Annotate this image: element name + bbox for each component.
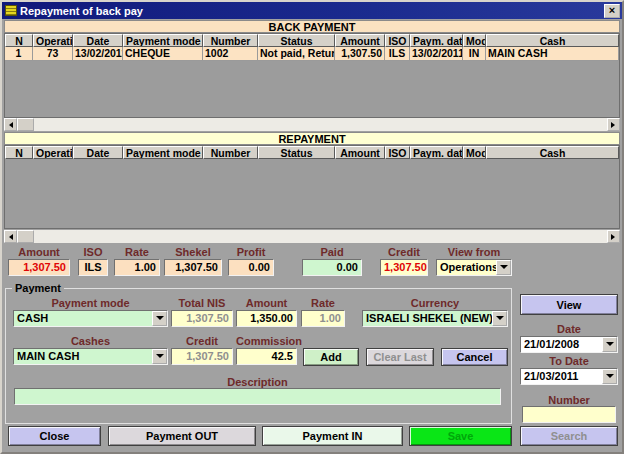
column-header: Number [203, 34, 258, 47]
column-header: Payment mode [123, 146, 203, 159]
title-bar: Repayment of back pay × [2, 2, 622, 19]
totals-iso-value: ILS [78, 259, 108, 276]
cell[interactable]: 13/02/2011 [73, 47, 123, 61]
app-icon [5, 5, 17, 16]
date-select[interactable]: 21/01/2008 [520, 336, 618, 353]
column-header: Date [73, 34, 123, 47]
totals-rate-label: Rate [114, 247, 160, 258]
back-payment-table: NOperationDatePayment modeNumberStatusAm… [4, 33, 620, 118]
to-date-select[interactable]: 21/03/2011 [520, 368, 618, 385]
payment-credit-value: 1,307.50 [171, 348, 233, 365]
window-title: Repayment of back pay [20, 5, 604, 17]
cell[interactable]: 73 [33, 47, 73, 61]
column-header: Date [73, 146, 123, 159]
chevron-down-icon[interactable] [496, 260, 511, 275]
column-header: Paym. date [410, 34, 463, 47]
totals-shekel-value: 1,307.50 [164, 259, 222, 276]
totals-rate-value: 1.00 [114, 259, 160, 276]
totals-profit-value: 0.00 [228, 259, 274, 276]
view-from-select[interactable]: Operations [436, 259, 512, 276]
column-header: N [5, 34, 33, 47]
description-label: Description [14, 377, 501, 388]
repayment-table: NOperationDatePayment modeNumberStatusAm… [4, 145, 620, 229]
cell[interactable]: 13/02/2011 [410, 47, 463, 61]
table-row[interactable]: 17313/02/2011CHEQUE1002Not paid, Return1… [5, 47, 619, 61]
repayment-hscrollbar[interactable] [4, 230, 620, 243]
scroll-thumb[interactable] [17, 118, 34, 131]
view-button[interactable]: View [520, 294, 618, 315]
scroll-right-icon[interactable] [607, 230, 620, 243]
chevron-down-icon[interactable] [602, 337, 617, 352]
payment-mode-label: Payment mode [13, 298, 168, 309]
number-input[interactable] [522, 406, 616, 423]
cancel-button[interactable]: Cancel [441, 348, 508, 366]
payment-credit-label: Credit [171, 336, 233, 347]
totals-iso-label: ISO [78, 247, 108, 258]
header-row: NOperationDatePayment modeNumberStatusAm… [5, 34, 619, 47]
repayment-section-title: REPAYMENT [4, 132, 620, 145]
chevron-down-icon[interactable] [492, 311, 507, 326]
totals-credit-value: 1,307.50 [380, 259, 428, 276]
payment-in-button[interactable]: Payment IN [262, 426, 403, 446]
totals-amount-label: Amount [8, 247, 70, 258]
close-icon[interactable]: × [604, 4, 620, 18]
column-header: ISO [385, 34, 410, 47]
search-button[interactable]: Search [520, 426, 618, 446]
currency-select[interactable]: ISRAELI SHEKEL (NEW) [362, 310, 508, 327]
column-header: Operation [33, 146, 73, 159]
payment-amount-input[interactable]: 1,350.00 [236, 310, 297, 327]
description-input[interactable] [14, 388, 501, 405]
save-button[interactable]: Save [409, 426, 512, 446]
column-header: Mode [463, 34, 486, 47]
chevron-down-icon[interactable] [152, 311, 167, 326]
scroll-track[interactable] [34, 230, 607, 243]
close-button[interactable]: Close [8, 426, 101, 446]
cell[interactable]: 1,307.50 [335, 47, 385, 61]
commission-input[interactable]: 42.5 [236, 348, 297, 365]
column-header: Payment mode [123, 34, 203, 47]
scroll-right-icon[interactable] [607, 118, 620, 131]
date-label: Date [520, 324, 618, 335]
cell[interactable]: MAIN CASH [486, 47, 619, 61]
cell[interactable]: 1002 [203, 47, 258, 61]
to-date-label: To Date [520, 356, 618, 367]
chevron-down-icon[interactable] [602, 369, 617, 384]
commission-label: Commission [236, 336, 306, 347]
column-header: ISO [385, 146, 410, 159]
column-header: Mode [463, 146, 486, 159]
repayment-dialog: Repayment of back pay × BACK PAYMENT NOp… [0, 0, 624, 454]
scroll-track[interactable] [34, 118, 607, 131]
payment-group-label: Payment [12, 282, 64, 294]
total-nis-value: 1,307.50 [171, 310, 233, 327]
column-header: Status [258, 34, 335, 47]
payment-mode-select[interactable]: CASH [13, 310, 168, 327]
scroll-left-icon[interactable] [4, 230, 17, 243]
currency-label: Currency [362, 298, 508, 309]
scroll-thumb[interactable] [17, 230, 34, 243]
column-header: N [5, 146, 33, 159]
cell[interactable]: 1 [5, 47, 33, 61]
total-nis-label: Total NIS [171, 298, 233, 309]
column-header: Cash [486, 146, 619, 159]
column-header: Amount [335, 34, 385, 47]
cashes-select[interactable]: MAIN CASH [13, 348, 168, 365]
payment-out-button[interactable]: Payment OUT [108, 426, 256, 446]
cell[interactable]: CHEQUE [123, 47, 203, 61]
header-row: NOperationDatePayment modeNumberStatusAm… [5, 146, 619, 159]
totals-profit-label: Profit [228, 247, 274, 258]
clear-last-button[interactable]: Clear Last [366, 348, 434, 366]
cell[interactable]: IN [463, 47, 486, 61]
payment-rate-value: 1.00 [301, 310, 345, 327]
number-label: Number [520, 395, 618, 406]
back-payment-hscrollbar[interactable] [4, 118, 620, 131]
add-button[interactable]: Add [303, 348, 359, 366]
cell[interactable]: Not paid, Return [258, 47, 335, 61]
totals-paid-value: 0.00 [302, 259, 362, 276]
cell[interactable]: ILS [385, 47, 410, 61]
column-header: Status [258, 146, 335, 159]
totals-amount-value: 1,307.50 [8, 259, 70, 276]
chevron-down-icon[interactable] [152, 349, 167, 364]
totals-shekel-label: Shekel [164, 247, 222, 258]
totals-paid-label: Paid [302, 247, 362, 258]
scroll-left-icon[interactable] [4, 118, 17, 131]
